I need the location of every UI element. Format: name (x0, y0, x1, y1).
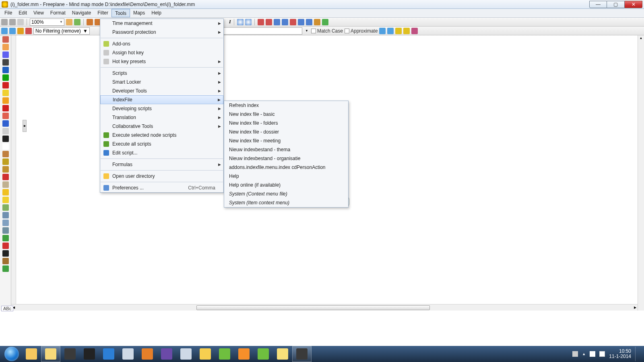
tools-menu-item-smart-locker[interactable]: Smart Locker▶ (100, 78, 223, 86)
tools-menu-item-formulas[interactable]: Formulas▶ (100, 160, 223, 169)
tools-menu-item-execute-all-scripts[interactable]: Execute all scripts (100, 140, 223, 148)
palette-icon-18[interactable] (2, 174, 9, 180)
connector2-icon[interactable] (282, 19, 288, 25)
palette-icon-23[interactable] (2, 212, 9, 218)
gutter-handle[interactable]: ▶ (23, 120, 27, 132)
taskbar-app-1[interactable] (41, 346, 60, 362)
tools-menu-item-add-ons[interactable]: Add-ons (100, 39, 223, 48)
palette-icon-25[interactable] (2, 227, 9, 234)
tool-icon[interactable] (66, 19, 72, 25)
show-desktop-button[interactable] (635, 347, 638, 361)
indexfile-item-new-index-file-folders[interactable]: New index file - folders (224, 119, 348, 128)
taskbar-app-3[interactable] (80, 346, 99, 362)
link-icon[interactable] (258, 19, 264, 25)
nav-recent-icon[interactable] (17, 19, 24, 25)
palette-icon-3[interactable] (2, 59, 9, 66)
indexfile-item-system-item-context-menu-[interactable]: System (Item context menu) (224, 198, 348, 207)
indexfile-item-new-index-file-dossier[interactable]: New index file - dossier (224, 128, 348, 136)
tools-menu-item-scripts[interactable]: Scripts▶ (100, 69, 223, 78)
taskbar-app-6[interactable] (138, 346, 157, 362)
tray-flag-icon[interactable] (590, 351, 595, 357)
taskbar-app-5[interactable] (118, 346, 138, 362)
palette-icon-19[interactable] (2, 181, 9, 188)
palette-icon-29[interactable] (2, 258, 9, 264)
palette-icon-30[interactable] (2, 265, 9, 272)
cloud-color-icon[interactable] (245, 19, 252, 25)
menu-maps[interactable]: Maps (130, 9, 148, 17)
lock-icon[interactable] (314, 19, 320, 25)
ok-icon[interactable] (322, 19, 328, 25)
horizontal-scrollbar[interactable]: ◀ ▶ (11, 304, 638, 311)
redo-filter-icon[interactable] (9, 28, 16, 34)
palette-icon-2[interactable] (2, 51, 9, 58)
chevron-right-icon[interactable]: ▶ (633, 306, 638, 309)
palette-icon-0[interactable] (2, 36, 9, 43)
clock[interactable]: 10:50 11-1-2014 (609, 349, 631, 359)
undo-filter-icon[interactable] (1, 28, 8, 34)
start-button[interactable] (2, 346, 22, 362)
menu-help[interactable]: Help (148, 9, 165, 17)
palette-icon-22[interactable] (2, 204, 9, 211)
vertical-scrollbar[interactable]: ▲ (638, 35, 644, 311)
tools-menu-item-indexfile[interactable]: IndexFile▶ (100, 95, 223, 104)
indexfile-item-new-index-file-basic[interactable]: New index file - basic (224, 110, 348, 119)
taskbar-app-11[interactable] (234, 346, 254, 362)
taskbar-app-12[interactable] (254, 346, 273, 362)
minimize-button[interactable]: — (589, 1, 607, 8)
chevron-down-icon[interactable]: ▼ (304, 29, 310, 33)
menu-format[interactable]: Format (47, 9, 69, 17)
taskbar-app-9[interactable] (196, 346, 215, 362)
indexfile-item-new-index-file-meeting[interactable]: New index file - meeting (224, 136, 348, 145)
zoom-combo[interactable]: 100% ▼ (30, 19, 64, 26)
indexfile-item-addons-indexfile-menu-index-cdpersonaction[interactable]: addons.indexfile.menu.index cdPersonActi… (224, 163, 348, 172)
nav-back-icon[interactable] (1, 19, 8, 25)
indexfile-item-refresh-index[interactable]: Refresh index (224, 101, 348, 110)
palette-icon-9[interactable] (2, 105, 9, 111)
palette-icon-7[interactable] (2, 90, 9, 96)
tools-menu-item-preferences-[interactable]: Preferences ...Ctrl+Comma (100, 183, 223, 192)
spellcheck-badge[interactable]: ABc (1, 306, 13, 311)
taskbar-app-10[interactable] (215, 346, 234, 362)
tools-menu-item-edit-script-[interactable]: Edit script... (100, 148, 223, 157)
goto-icon[interactable] (290, 19, 296, 25)
filter-toggle-icon[interactable] (403, 28, 410, 34)
match-case-checkbox[interactable]: Match Case (311, 28, 343, 34)
tools-menu-item-assign-hot-key[interactable]: Assign hot key (100, 48, 223, 57)
tools-menu-item-developer-tools[interactable]: Developer Tools▶ (100, 86, 223, 95)
approximate-checkbox[interactable]: Approximate (345, 28, 378, 34)
taskbar-app-14[interactable] (292, 346, 312, 362)
tools-menu-item-password-protection[interactable]: Password protection▶ (100, 28, 223, 37)
new-node-icon[interactable] (74, 19, 80, 25)
palette-icon-24[interactable] (2, 220, 9, 226)
search-input[interactable] (218, 27, 302, 35)
indexfile-item-help-online-if-available-[interactable]: Help online (if available) (224, 181, 348, 189)
palette-icon-27[interactable] (2, 243, 9, 249)
menu-edit[interactable]: Edit (15, 9, 30, 17)
menu-filter[interactable]: Filter (94, 9, 111, 17)
indexfile-item-nieuw-indexbestand-thema[interactable]: Nieuw indexbestand - thema (224, 145, 348, 154)
indexfile-item-nieuw-indexbestand-organisatie[interactable]: Nieuw indexbestand - organisatie (224, 154, 348, 163)
taskbar-app-4[interactable] (99, 346, 118, 362)
connector-icon[interactable] (274, 19, 280, 25)
no-filter-icon[interactable] (25, 28, 32, 34)
palette-icon-26[interactable] (2, 235, 9, 241)
back-ref-icon[interactable] (298, 19, 304, 25)
palette-icon-10[interactable] (2, 113, 9, 119)
maximize-button[interactable]: ▢ (607, 1, 625, 8)
unlink-icon[interactable] (266, 19, 272, 25)
menu-view[interactable]: View (30, 9, 47, 17)
tools-menu-item-translation[interactable]: Translation▶ (100, 113, 223, 122)
tools-menu-item-execute-selected-node-scripts[interactable]: Execute selected node scripts (100, 131, 223, 140)
palette-icon-28[interactable] (2, 250, 9, 257)
cloud-icon[interactable] (237, 19, 244, 25)
forward-ref-icon[interactable] (306, 19, 312, 25)
menu-file[interactable]: File (1, 9, 15, 17)
tools-menu-item-collaborative-tools[interactable]: Collaborative Tools▶ (100, 122, 223, 131)
taskbar-app-8[interactable] (176, 346, 196, 362)
tools-menu-item-hot-key-presets[interactable]: Hot key presets▶ (100, 57, 223, 66)
filter-combo[interactable]: No Filtering (remove) ▼ (33, 27, 90, 35)
palette-icon-17[interactable] (2, 166, 9, 173)
tray-battery-icon[interactable] (599, 351, 605, 357)
palette-icon-14[interactable] (2, 143, 9, 150)
tools-menu-item-open-user-directory[interactable]: Open user directory (100, 172, 223, 181)
